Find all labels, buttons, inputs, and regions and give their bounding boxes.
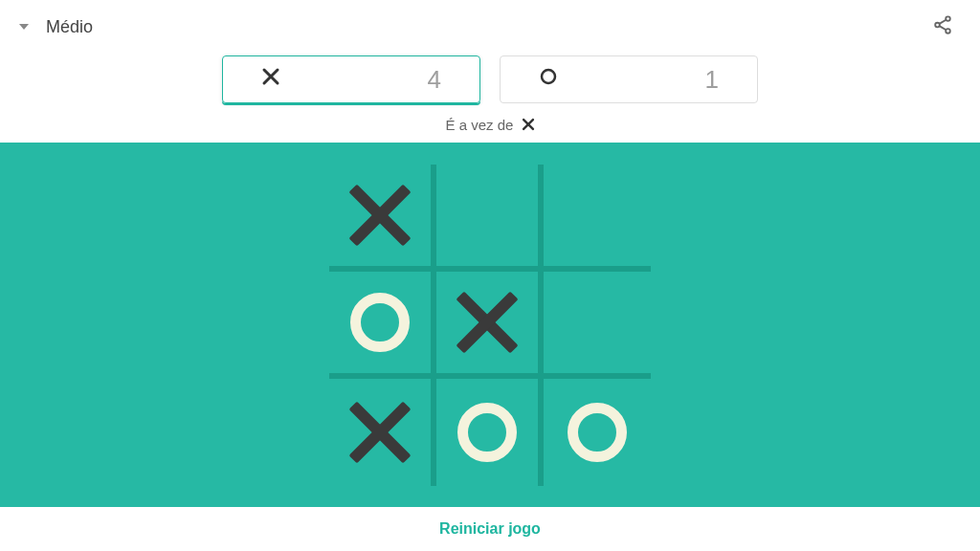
cell-7[interactable] (436, 379, 544, 486)
score-x-value: 4 (428, 65, 441, 95)
svg-line-4 (940, 26, 947, 30)
cell-1[interactable] (436, 165, 544, 272)
mark-o-icon (457, 403, 517, 462)
turn-indicator: É a vez de (0, 111, 980, 143)
share-icon[interactable] (924, 7, 961, 47)
mark-o-icon (568, 403, 627, 462)
header: Médio (0, 0, 980, 54)
mark-x-icon (346, 399, 413, 466)
o-icon (539, 67, 558, 92)
difficulty-label: Médio (46, 17, 93, 37)
cell-5[interactable] (544, 272, 651, 379)
cell-6[interactable] (329, 379, 436, 486)
svg-point-0 (946, 16, 950, 21)
cell-3[interactable] (329, 272, 436, 379)
cell-4[interactable] (436, 272, 544, 379)
score-box-x[interactable]: 4 (222, 55, 480, 103)
svg-point-1 (935, 23, 940, 28)
board (329, 165, 651, 486)
svg-point-7 (542, 70, 555, 83)
score-o-value: 1 (705, 65, 719, 95)
board-area (0, 143, 980, 507)
turn-player-icon (522, 117, 535, 133)
mark-x-icon (346, 182, 413, 249)
difficulty-dropdown[interactable]: Médio (19, 17, 93, 37)
x-icon (261, 67, 280, 92)
svg-line-3 (940, 20, 947, 24)
cell-0[interactable] (329, 165, 436, 272)
score-panel: 4 1 (0, 54, 980, 111)
svg-point-2 (946, 29, 950, 33)
cell-8[interactable] (544, 379, 651, 486)
cell-2[interactable] (544, 165, 651, 272)
mark-x-icon (454, 289, 521, 356)
mark-o-icon (350, 293, 410, 352)
score-box-o[interactable]: 1 (500, 55, 758, 103)
restart-bar: Reiniciar jogo (0, 507, 980, 551)
restart-button[interactable]: Reiniciar jogo (439, 520, 541, 537)
turn-prefix: É a vez de (445, 117, 513, 133)
chevron-down-icon (19, 24, 29, 30)
